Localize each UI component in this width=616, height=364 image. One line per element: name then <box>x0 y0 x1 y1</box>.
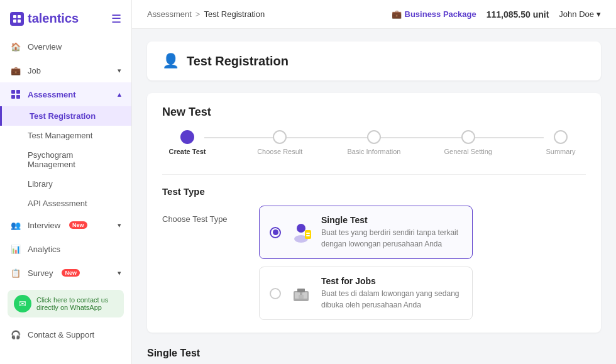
svg-point-8 <box>297 224 305 233</box>
step-label-choose-result: Choose Result <box>257 148 302 155</box>
assessment-subnav: Test Registration Test Management Psycho… <box>0 106 131 213</box>
sidebar-item-job[interactable]: 💼 Job ▾ <box>0 58 131 82</box>
single-test-section-header: Single Test <box>147 343 601 359</box>
step-circle-summary <box>554 130 568 144</box>
sidebar-item-analytics[interactable]: 📊 Analytics <box>0 237 131 261</box>
svg-rect-2 <box>13 19 16 23</box>
option-single-test[interactable]: Single Test Buat tes yang berdiri sendir… <box>259 206 473 259</box>
stepper-steps: Create Test Choose Result Basic Informat… <box>162 130 586 155</box>
main-content: Assessment > Test Registration 💼 Busines… <box>132 0 616 364</box>
subnav-library[interactable]: Library <box>0 174 131 194</box>
page-title: Test Registration <box>187 54 289 69</box>
business-package-label: Business Package <box>405 9 476 19</box>
step-summary[interactable]: Summary <box>536 130 586 155</box>
test-type-section-title: Test Type <box>162 186 586 197</box>
whatsapp-line2: directly on WhatsApp <box>36 304 108 311</box>
radio-inner-single-test <box>273 229 278 235</box>
breadcrumb-current: Test Registration <box>204 9 265 19</box>
test-for-jobs-icon <box>290 282 312 305</box>
logo-icon <box>10 12 24 26</box>
user-menu[interactable]: John Doe ▾ <box>559 9 601 19</box>
single-test-section-title: Single Test <box>147 348 601 359</box>
brand-name: talentics <box>28 11 79 26</box>
home-icon: 🏠 <box>10 41 21 52</box>
choose-test-type-label: Choose Test Type <box>162 206 244 224</box>
sidebar-label-overview: Overview <box>28 42 62 52</box>
subnav-psychogram-management[interactable]: Psychogram Management <box>0 145 131 174</box>
step-label-summary: Summary <box>546 148 575 155</box>
step-circle-choose-result <box>273 130 287 144</box>
subnav-test-registration[interactable]: Test Registration <box>0 106 131 126</box>
svg-rect-4 <box>11 90 15 94</box>
whatsapp-bar[interactable]: ✉ Click here to contact us directly on W… <box>8 290 124 317</box>
svg-rect-3 <box>18 19 21 23</box>
step-label-basic-information: Basic Information <box>348 148 401 155</box>
subnav-test-management[interactable]: Test Management <box>0 126 131 145</box>
svg-rect-11 <box>306 233 310 234</box>
briefcase-pkg-icon: 💼 <box>392 9 402 19</box>
interview-new-badge: New <box>69 221 87 229</box>
chart-icon: 📊 <box>10 243 21 255</box>
step-circle-basic-information <box>367 130 381 144</box>
whatsapp-text: Click here to contact us directly on Wha… <box>36 296 108 311</box>
test-for-jobs-text: Test for Jobs Buat tes di dalam lowongan… <box>321 276 462 311</box>
svg-rect-5 <box>16 90 20 94</box>
step-choose-result[interactable]: Choose Result <box>255 130 305 155</box>
job-arrow-icon: ▾ <box>118 67 121 75</box>
step-circle-create-test <box>180 130 194 144</box>
assessment-icon <box>10 89 21 100</box>
user-name: John Doe <box>559 9 594 19</box>
step-label-create-test: Create Test <box>168 148 206 155</box>
test-type-row: Choose Test Type <box>162 206 586 320</box>
stepper: Create Test Choose Result Basic Informat… <box>162 130 586 155</box>
sidebar-label-survey: Survey <box>28 268 53 278</box>
single-test-icon <box>290 221 312 244</box>
svg-rect-14 <box>297 289 305 292</box>
test-type-options: Single Test Buat tes yang berdiri sendir… <box>259 206 586 320</box>
hamburger-icon[interactable]: ☰ <box>111 12 121 26</box>
support-icon: 🎧 <box>10 329 21 340</box>
breadcrumb: Assessment > Test Registration <box>147 9 265 19</box>
topbar: Assessment > Test Registration 💼 Busines… <box>132 0 616 29</box>
user-dropdown-icon: ▾ <box>597 9 601 19</box>
sidebar-item-assessment[interactable]: Assessment ▴ <box>0 82 131 106</box>
sidebar-label-analytics: Analytics <box>28 245 60 254</box>
step-create-test[interactable]: Create Test <box>162 130 212 155</box>
svg-rect-17 <box>299 295 304 299</box>
step-general-setting[interactable]: General Setting <box>443 130 493 155</box>
test-for-jobs-desc: Buat tes di dalam lowongan yang sedang d… <box>321 288 462 311</box>
sidebar-item-contact-support[interactable]: 🎧 Contact & Support <box>0 323 131 346</box>
single-test-desc: Buat tes yang berdiri sendiri tanpa terk… <box>321 227 462 250</box>
page-header-card: 👤 Test Registration <box>147 41 601 80</box>
people-icon: 👥 <box>10 219 21 231</box>
breadcrumb-separator: > <box>195 9 201 19</box>
briefcase-icon: 💼 <box>10 65 21 76</box>
sidebar-item-interview[interactable]: 👥 Interview New ▾ <box>0 213 131 237</box>
step-circle-general-setting <box>461 130 475 144</box>
interview-arrow-icon: ▾ <box>118 221 121 229</box>
whatsapp-icon: ✉ <box>14 295 31 312</box>
svg-rect-1 <box>18 15 21 18</box>
sidebar-logo: talentics ☰ <box>0 0 131 35</box>
option-test-for-jobs[interactable]: Test for Jobs Buat tes di dalam lowongan… <box>259 267 473 320</box>
svg-rect-7 <box>16 95 20 99</box>
subnav-api-assessment[interactable]: API Assessment <box>0 194 131 213</box>
step-basic-information[interactable]: Basic Information <box>348 130 401 155</box>
brand-logo[interactable]: talentics <box>10 11 79 26</box>
sidebar-item-overview[interactable]: 🏠 Overview <box>0 35 131 58</box>
units-display: 111,085.50 unit <box>487 9 549 19</box>
svg-rect-6 <box>11 95 15 99</box>
business-package-button[interactable]: 💼 Business Package <box>392 9 476 19</box>
sidebar-label-job: Job <box>28 66 41 75</box>
radio-single-test <box>270 227 281 238</box>
new-test-title: New Test <box>162 106 586 119</box>
new-test-card: New Test Create Test Choose Result Ba <box>147 93 601 333</box>
svg-rect-0 <box>13 15 16 18</box>
sidebar-item-survey[interactable]: 📋 Survey New ▾ <box>0 261 131 285</box>
sidebar-label-contact-support: Contact & Support <box>28 330 94 339</box>
survey-icon: 📋 <box>10 267 21 279</box>
single-test-title: Single Test <box>321 215 462 225</box>
breadcrumb-parent: Assessment <box>147 9 192 19</box>
page-header-icon: 👤 <box>162 53 179 69</box>
topbar-right: 💼 Business Package 111,085.50 unit John … <box>392 9 601 19</box>
